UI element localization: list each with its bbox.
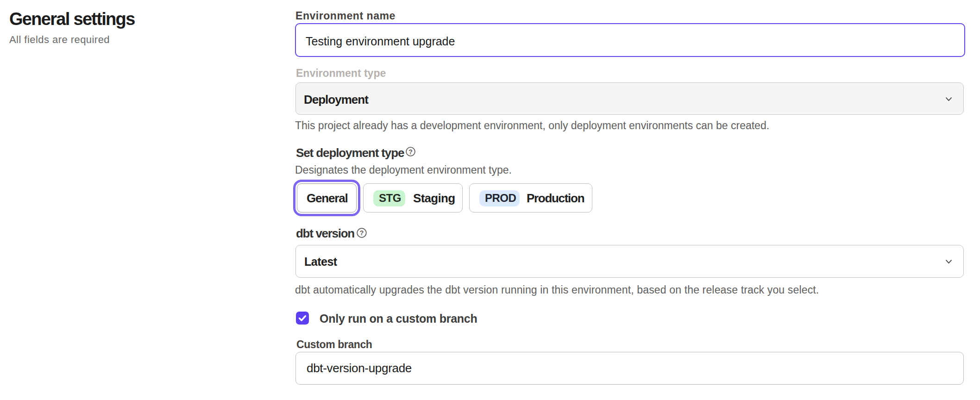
svg-text:?: ?	[408, 148, 413, 156]
svg-text:?: ?	[360, 229, 364, 237]
